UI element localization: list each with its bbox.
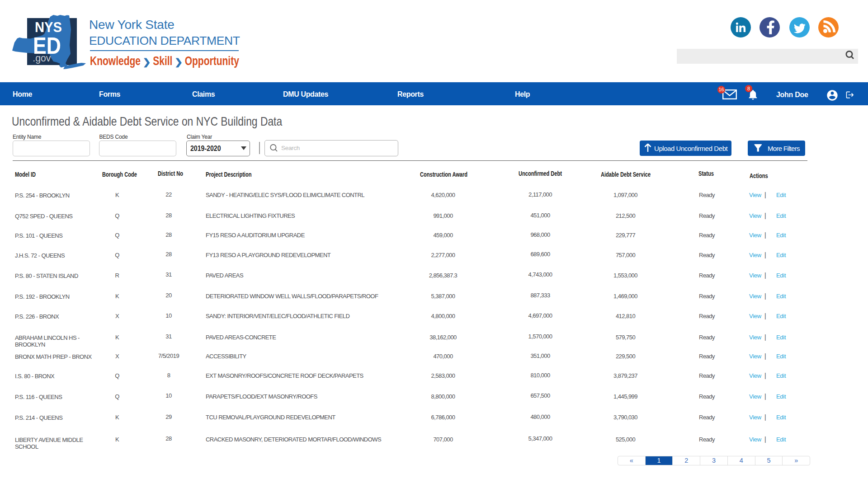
svg-text:.gov: .gov — [33, 52, 51, 64]
